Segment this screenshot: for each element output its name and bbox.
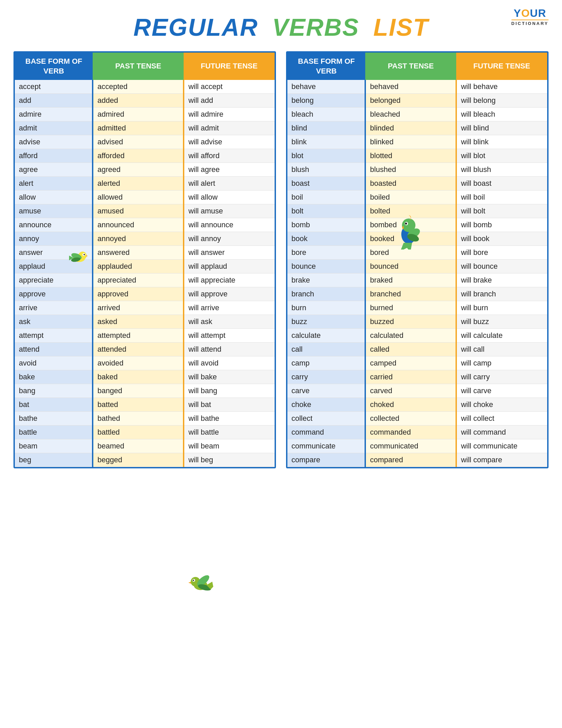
table-cell: will bat — [184, 398, 275, 412]
table-cell: bleach — [287, 108, 365, 121]
table-cell: agree — [15, 163, 93, 177]
table-row: blotblottedwill blot — [287, 149, 547, 163]
table-cell: behaved — [365, 80, 456, 94]
table-cell: will answer — [184, 246, 275, 260]
svg-marker-14 — [400, 243, 412, 250]
table-cell: accepted — [93, 80, 184, 94]
table-cell: approve — [15, 287, 93, 301]
table-cell: will avoid — [184, 356, 275, 370]
table-cell: bathe — [15, 412, 93, 426]
table-cell: will arrive — [184, 301, 275, 315]
table-cell: avoid — [15, 356, 93, 370]
table-row: attemptattemptedwill attempt — [15, 329, 275, 343]
title-regular: REGULAR — [133, 14, 258, 41]
table-cell: will admit — [184, 121, 275, 135]
table-row: allowallowedwill allow — [15, 191, 275, 204]
table-row: batbattedwill bat — [15, 398, 275, 412]
table-cell: bounce — [287, 260, 365, 273]
table-row: amuseamusedwill amuse — [15, 204, 275, 218]
table-cell: belonged — [365, 94, 456, 108]
table-cell: will book — [456, 232, 547, 246]
table-cell: attempt — [15, 329, 93, 343]
right-header-past: PAST TENSE — [365, 53, 456, 80]
table-cell: will boast — [456, 177, 547, 191]
table-cell: will bathe — [184, 412, 275, 426]
table-row: begbeggedwill beg — [15, 453, 275, 467]
tables-wrapper: BASE FORM OF VERB PAST TENSE FUTURE TENS… — [13, 51, 549, 468]
table-row: alertalertedwill alert — [15, 177, 275, 191]
table-row: arrivearrivedwill arrive — [15, 301, 275, 315]
table-cell: communicate — [287, 439, 365, 453]
table-cell: will calculate — [456, 329, 547, 343]
table-row: bathebathedwill bathe — [15, 412, 275, 426]
bird-decoration-3 — [184, 566, 217, 600]
table-row: bakebakedwill bake — [15, 370, 275, 384]
table-cell: communicated — [365, 439, 456, 453]
table-cell: choke — [287, 398, 365, 412]
table-cell: camped — [365, 356, 456, 370]
svg-marker-4 — [86, 255, 88, 257]
table-row: agreeagreedwill agree — [15, 163, 275, 177]
table-cell: attend — [15, 343, 93, 356]
table-cell: ask — [15, 315, 93, 329]
table-cell: blot — [287, 149, 365, 163]
table-cell: will beam — [184, 439, 275, 453]
table-row: bouncebouncedwill bounce — [287, 260, 547, 273]
table-cell: attended — [93, 343, 184, 356]
table-row: applaudapplaudedwill applaud — [15, 260, 275, 273]
table-cell: boil — [287, 191, 365, 204]
table-cell: alert — [15, 177, 93, 191]
table-cell: will blind — [456, 121, 547, 135]
table-row: brakebrakedwill brake — [287, 273, 547, 287]
table-cell: brake — [287, 273, 365, 287]
svg-marker-19 — [188, 582, 191, 584]
table-cell: will carry — [456, 370, 547, 384]
table-cell: will buzz — [456, 315, 547, 329]
table-cell: braked — [365, 273, 456, 287]
table-cell: begged — [93, 453, 184, 467]
table-cell: will boil — [456, 191, 547, 204]
table-cell: bat — [15, 398, 93, 412]
table-cell: will bang — [184, 384, 275, 398]
right-table-section: BASE FORM OF VERB PAST TENSE FUTURE TENS… — [286, 51, 549, 468]
table-cell: admire — [15, 108, 93, 121]
table-cell: burned — [365, 301, 456, 315]
right-header-base: BASE FORM OF VERB — [287, 53, 365, 80]
table-cell: advised — [93, 135, 184, 149]
table-cell: applauded — [93, 260, 184, 273]
table-cell: will alert — [184, 177, 275, 191]
svg-point-3 — [84, 254, 85, 255]
table-cell: baked — [93, 370, 184, 384]
table-row: addaddedwill add — [15, 94, 275, 108]
table-row: chokechokedwill choke — [287, 398, 547, 412]
table-row: commandcommandedwill command — [287, 426, 547, 439]
table-cell: batted — [93, 398, 184, 412]
table-cell: calculate — [287, 329, 365, 343]
table-cell: announce — [15, 218, 93, 232]
table-cell: will allow — [184, 191, 275, 204]
table-cell: announced — [93, 218, 184, 232]
table-row: belongbelongedwill belong — [287, 94, 547, 108]
table-cell: will ask — [184, 315, 275, 329]
table-cell: accept — [15, 80, 93, 94]
table-cell: will branch — [456, 287, 547, 301]
table-cell: will annoy — [184, 232, 275, 246]
table-cell: appreciated — [93, 273, 184, 287]
table-cell: blotted — [365, 149, 456, 163]
table-cell: blushed — [365, 163, 456, 177]
table-row: affordaffordedwill afford — [15, 149, 275, 163]
table-cell: will admire — [184, 108, 275, 121]
table-cell: will collect — [456, 412, 547, 426]
table-cell: bleached — [365, 108, 456, 121]
table-cell: call — [287, 343, 365, 356]
table-cell: will accept — [184, 80, 275, 94]
table-cell: will attend — [184, 343, 275, 356]
table-cell: boast — [287, 177, 365, 191]
table-cell: amuse — [15, 204, 93, 218]
table-cell: bolt — [287, 204, 365, 218]
table-cell: will battle — [184, 426, 275, 439]
table-cell: will beg — [184, 453, 275, 467]
table-row: bleachbleachedwill bleach — [287, 108, 547, 121]
table-row: comparecomparedwill compare — [287, 453, 547, 467]
table-cell: behave — [287, 80, 365, 94]
